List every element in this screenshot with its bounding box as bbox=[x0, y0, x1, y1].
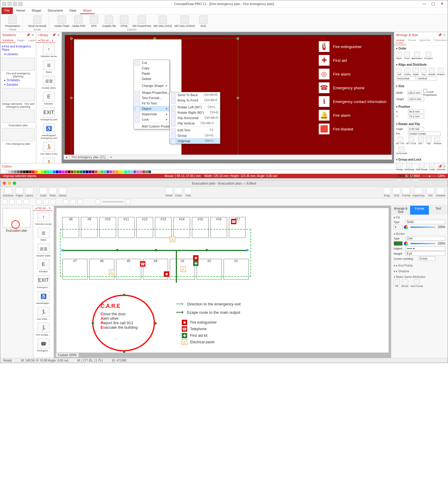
arr-sec-group[interactable]: Group and Lock bbox=[396, 157, 446, 162]
ctx-item[interactable]: UngroupCtrl+U bbox=[170, 138, 220, 144]
color-swatch[interactable] bbox=[127, 170, 130, 173]
rotate-icon[interactable] bbox=[77, 199, 83, 204]
ctx-item[interactable]: Rotate Right (90°)Ctrl+R bbox=[170, 110, 220, 115]
library-item[interactable]: ☎Emergenc... bbox=[33, 337, 53, 353]
color-swatch[interactable] bbox=[68, 170, 70, 173]
sol-templates[interactable]: ▸ Templates bbox=[2, 78, 35, 82]
fill-opacity-slider[interactable] bbox=[410, 227, 435, 228]
color-swatch[interactable] bbox=[20, 170, 23, 173]
fill-header[interactable]: Fill bbox=[394, 216, 445, 219]
library-item[interactable]: EElevator bbox=[33, 258, 53, 274]
toolbar-button[interactable]: Pages bbox=[16, 187, 23, 197]
ctx-item[interactable]: Text Format... bbox=[134, 95, 169, 101]
context-menu[interactable]: CutCopyPasteDeleteChange ShapeShape Prop… bbox=[134, 60, 170, 129]
zoom-in-icon[interactable] bbox=[125, 199, 130, 204]
colors-close-icon[interactable]: 📌 ✕ bbox=[438, 164, 446, 168]
solutions-tab[interactable]: Solutions bbox=[1, 38, 15, 43]
library-item[interactable]: EXITEmergenc... bbox=[33, 274, 53, 290]
sheet-add-icon[interactable]: + bbox=[110, 156, 112, 159]
toolbar-button[interactable]: Grid bbox=[392, 187, 400, 197]
mr-tab-arrange[interactable]: Arrange & Size bbox=[391, 206, 410, 215]
drawing-canvas[interactable]: 🧯Fire extinguisher✚First aid◎Fire alarm☎… bbox=[65, 35, 391, 155]
arrange-action[interactable]: Top bbox=[421, 68, 427, 76]
library-item[interactable]: 🏃Use stairs in fire bbox=[36, 141, 61, 156]
color-swatch[interactable] bbox=[2, 170, 5, 173]
sheet-tab[interactable]: Fire emergency plan (1/1) bbox=[70, 155, 108, 159]
toolbar-button[interactable]: Solutions bbox=[3, 187, 14, 197]
width-input[interactable]: 125.2 mm bbox=[407, 91, 422, 95]
border-color-drop[interactable]: ▾ bbox=[394, 241, 403, 246]
color-swatch[interactable] bbox=[139, 170, 142, 173]
color-swatch[interactable] bbox=[133, 170, 136, 173]
corner-rounding[interactable]: 0 mm bbox=[419, 256, 435, 261]
arrange-action[interactable]: Front bbox=[404, 52, 410, 60]
arr-sec-align[interactable]: Align and Distribute bbox=[396, 62, 446, 67]
zoom-out-icon[interactable] bbox=[95, 199, 101, 204]
toolbar-button[interactable]: Smart bbox=[165, 187, 173, 197]
arrange-action[interactable]: Lock bbox=[429, 163, 435, 171]
library-item[interactable]: ↑Direction arrow bbox=[33, 211, 53, 227]
pattern-drop[interactable]: ━━━ ▾ bbox=[406, 246, 445, 251]
mr-tab-format[interactable]: Format bbox=[410, 206, 429, 215]
ctx-item[interactable]: Shape Properties... bbox=[134, 90, 169, 95]
color-swatch[interactable] bbox=[17, 170, 20, 173]
color-swatch[interactable] bbox=[92, 170, 94, 173]
ctx-item[interactable]: Rotate Left (90°)Ctrl+L bbox=[170, 104, 220, 110]
color-swatch[interactable] bbox=[32, 170, 35, 173]
arrange-action[interactable]: Middle bbox=[428, 68, 435, 76]
color-swatch[interactable] bbox=[62, 170, 64, 173]
library-item[interactable]: ≣Stairs bbox=[36, 59, 61, 75]
library-item[interactable]: ≣≣Double stairs bbox=[33, 242, 53, 258]
pointer-tool-icon[interactable] bbox=[2, 199, 7, 204]
ribbon-tab-home[interactable]: Home bbox=[13, 7, 28, 14]
arr-sec-position[interactable]: Position bbox=[396, 104, 446, 109]
arrange-action[interactable]: Text Format bbox=[410, 279, 423, 287]
ctx-item[interactable]: Add Custom Properties bbox=[134, 124, 169, 129]
room[interactable]: #1 bbox=[224, 259, 249, 280]
color-swatch[interactable] bbox=[124, 170, 127, 173]
shadow-header[interactable]: ▸ Shadow bbox=[394, 270, 445, 273]
pin-drop[interactable]: Center-Center bbox=[408, 132, 441, 136]
room[interactable]: #12 bbox=[136, 217, 153, 238]
library-item[interactable]: ♿Handicapped emergency exit bbox=[36, 122, 61, 141]
arrange-action[interactable]: Backward bbox=[412, 52, 422, 60]
room[interactable]: #11 bbox=[118, 217, 135, 238]
toolbar-button[interactable]: Chain bbox=[175, 187, 182, 197]
arrange-action[interactable]: Left bbox=[396, 68, 402, 76]
mr-tab-text[interactable]: Text bbox=[429, 206, 448, 215]
minimize-button[interactable] bbox=[8, 182, 11, 185]
color-swatch[interactable] bbox=[121, 170, 124, 173]
arrange-action[interactable]: Border bbox=[401, 279, 409, 287]
pages-tab[interactable]: Pages bbox=[15, 38, 27, 43]
ribbon-tab-view[interactable]: View bbox=[66, 7, 79, 14]
arrange-close-icon[interactable]: 📌 ✕ bbox=[438, 33, 446, 37]
solution-thumb[interactable] bbox=[2, 88, 35, 101]
distribute-icon[interactable] bbox=[70, 199, 76, 204]
arrange-action[interactable]: 90° CCW bbox=[406, 137, 416, 145]
fill-color-drop[interactable]: ▾ bbox=[394, 225, 403, 229]
color-swatch[interactable] bbox=[142, 170, 145, 173]
library-item[interactable]: ≣≣Double stairs bbox=[36, 75, 61, 90]
arr-tab-arrange[interactable]: Arrange & Size bbox=[394, 38, 406, 45]
arrange-action[interactable]: Forward bbox=[424, 52, 432, 60]
toolbar-button[interactable]: Redo bbox=[49, 187, 57, 197]
toolbar-button[interactable]: Snap bbox=[383, 187, 391, 197]
toolbar-button[interactable]: Undo bbox=[39, 187, 47, 197]
color-swatch[interactable] bbox=[14, 170, 17, 173]
toolbar-button[interactable]: Layers bbox=[25, 187, 33, 197]
page-thumb[interactable] bbox=[3, 208, 30, 228]
room[interactable]: #16 bbox=[210, 217, 227, 238]
sheet-prev-icon[interactable]: ◂ bbox=[66, 156, 67, 159]
mac-canvas[interactable]: #8#9#10#11#12#13#14#15#16#17 #7#6#5#4#3#… bbox=[56, 208, 389, 353]
color-swatch[interactable] bbox=[80, 170, 82, 173]
ctx-item[interactable]: Lock bbox=[134, 117, 169, 122]
color-swatches[interactable] bbox=[0, 170, 448, 174]
room[interactable]: #5 bbox=[116, 259, 141, 280]
escape-route-down[interactable] bbox=[176, 250, 177, 283]
color-swatch[interactable] bbox=[44, 170, 47, 173]
library-item[interactable]: ♿Handicappe... bbox=[33, 290, 53, 306]
ctx-item[interactable]: Paste bbox=[134, 71, 169, 76]
ribbon-export[interactable]: EPS bbox=[88, 16, 100, 27]
border-type-drop[interactable]: Line bbox=[406, 236, 445, 241]
color-swatch[interactable] bbox=[23, 170, 26, 173]
